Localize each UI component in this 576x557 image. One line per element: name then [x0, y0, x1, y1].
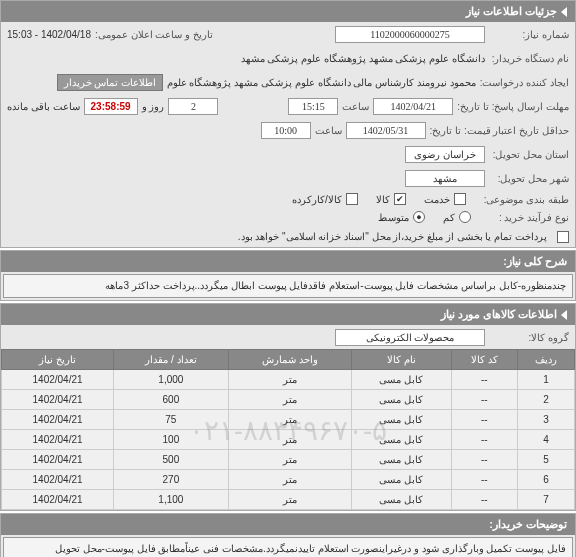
time-label-1: ساعت	[342, 101, 369, 112]
table-row[interactable]: 6--کابل مسیمتر2701402/04/21	[2, 470, 575, 490]
buy-mid-label: متوسط	[378, 212, 409, 223]
table-cell: 600	[114, 390, 229, 410]
checkbox-service[interactable]: خدمت	[424, 193, 466, 205]
radio-icon: ●	[413, 211, 425, 223]
subject-class-label: طبقه بندی موضوعی:	[484, 194, 569, 205]
table-cell: 1402/04/21	[2, 470, 114, 490]
class-goods-label: کالا	[376, 194, 390, 205]
checkbox-icon	[454, 193, 466, 205]
valid-until-time: 10:00	[261, 122, 311, 139]
table-cell: متر	[228, 450, 351, 470]
th-qty: تعداد / مقدار	[114, 350, 229, 370]
table-row[interactable]: 2--کابل مسیمتر6001402/04/21	[2, 390, 575, 410]
table-cell: 1	[518, 370, 575, 390]
table-cell: 1402/04/21	[2, 410, 114, 430]
table-cell: 1402/04/21	[2, 370, 114, 390]
need-number-value: 1102000060000275	[335, 26, 485, 43]
buyer-org-label: نام دستگاه خریدار:	[489, 53, 569, 64]
radio-low[interactable]: کم	[443, 211, 471, 223]
valid-until-label: حداقل تاریخ اعتبار قیمت: تا تاریخ:	[430, 125, 569, 136]
table-row[interactable]: 5--کابل مسیمتر5001402/04/21	[2, 450, 575, 470]
table-cell: 7	[518, 490, 575, 510]
section-header-need-info: جزئیات اطلاعات نیاز	[1, 1, 575, 22]
checkbox-icon	[346, 193, 358, 205]
table-cell: کابل مسی	[351, 470, 451, 490]
section-title-need: جزئیات اطلاعات نیاز	[466, 5, 557, 18]
table-cell: کابل مسی	[351, 410, 451, 430]
table-cell: متر	[228, 390, 351, 410]
table-cell: 270	[114, 470, 229, 490]
table-cell: 500	[114, 450, 229, 470]
table-row[interactable]: 7--کابل مسیمتر1,1001402/04/21	[2, 490, 575, 510]
buyer-org-value: دانشگاه علوم پزشکی مشهد پژوهشگاه علوم پز…	[241, 53, 485, 64]
class-service-label: خدمت	[424, 194, 450, 205]
table-cell: 3	[518, 410, 575, 430]
table-row[interactable]: 3--کابل مسیمتر751402/04/21	[2, 410, 575, 430]
table-cell: 1,000	[114, 370, 229, 390]
table-cell: 1402/04/21	[2, 490, 114, 510]
countdown-timer: 23:58:59	[84, 98, 138, 115]
items-table: ردیف کد کالا نام کالا واحد شمارش تعداد /…	[1, 349, 575, 510]
checkbox-goods[interactable]: ✔ کالا	[376, 193, 406, 205]
radio-mid[interactable]: ● متوسط	[378, 211, 425, 223]
th-order-unit: واحد شمارش	[228, 350, 351, 370]
checkbox-icon: ✔	[394, 193, 406, 205]
province-value: خراسان رضوی	[405, 146, 485, 163]
checkbox-used[interactable]: کالا/کارکرده	[292, 193, 358, 205]
table-cell: کابل مسی	[351, 390, 451, 410]
checkbox-treasury[interactable]: پرداخت تمام یا بخشی از مبلغ خرید،از محل …	[232, 229, 569, 244]
table-cell: متر	[228, 430, 351, 450]
table-cell: --	[451, 430, 517, 450]
requester-label: ایجاد کننده درخواست:	[480, 77, 569, 88]
table-row[interactable]: 4--کابل مسیمتر1001402/04/21	[2, 430, 575, 450]
section-header-items: اطلاعات کالاهای مورد نیاز	[1, 304, 575, 325]
city-value: مشهد	[405, 170, 485, 187]
section-title-items: اطلاعات کالاهای مورد نیاز	[441, 308, 557, 321]
table-cell: --	[451, 390, 517, 410]
table-cell: --	[451, 450, 517, 470]
table-cell: 6	[518, 470, 575, 490]
deadline-date: 1402/04/21	[373, 98, 453, 115]
th-row: ردیف	[518, 350, 575, 370]
section-header-buyer-notes: توضیحات خریدار:	[1, 514, 575, 535]
checkbox-icon	[557, 231, 569, 243]
section-title-buyer-notes: توضیحات خریدار:	[489, 518, 567, 531]
table-cell: --	[451, 370, 517, 390]
table-cell: 1402/04/21	[2, 450, 114, 470]
valid-until-date: 1402/05/31	[346, 122, 426, 139]
province-label: استان محل تحویل:	[489, 149, 569, 160]
table-cell: 4	[518, 430, 575, 450]
deadline-label: مهلت ارسال پاسخ: تا تاریخ:	[457, 101, 569, 112]
radio-icon	[459, 211, 471, 223]
buy-type-label: نوع فرآیند خرید :	[489, 212, 569, 223]
goods-group-label: گروه کالا:	[489, 332, 569, 343]
section-title-desc: شرح کلی نیاز:	[503, 255, 567, 268]
table-cell: --	[451, 470, 517, 490]
buy-low-label: کم	[443, 212, 455, 223]
section-header-desc: شرح کلی نیاز:	[1, 251, 575, 272]
general-description-text: چندمنظوره-کابل براساس مشخصات فایل پیوست-…	[3, 274, 573, 298]
contact-info-button[interactable]: اطلاعات تماس خریدار	[57, 74, 163, 91]
days-and-label: روز و	[142, 101, 165, 112]
deadline-time: 15:15	[288, 98, 338, 115]
announce-datetime-value: 1402/04/18 - 15:03	[7, 29, 91, 40]
goods-group-value: محصولات الکترونیکی	[335, 329, 485, 346]
need-number-label: شماره نیاز:	[489, 29, 569, 40]
buyer-notes-text: فایل پیوست تکمیل وبارگذاری شود و درغیرای…	[3, 537, 573, 557]
chevron-icon	[561, 310, 567, 320]
class-used-label: کالا/کارکرده	[292, 194, 342, 205]
chevron-icon	[561, 7, 567, 17]
payment-note: پرداخت تمام یا بخشی از مبلغ خرید،از محل …	[232, 229, 553, 244]
table-cell: 1402/04/21	[2, 390, 114, 410]
table-cell: کابل مسی	[351, 430, 451, 450]
table-cell: 75	[114, 410, 229, 430]
table-cell: متر	[228, 410, 351, 430]
table-cell: --	[451, 490, 517, 510]
table-row[interactable]: 1--کابل مسیمتر1,0001402/04/21	[2, 370, 575, 390]
table-cell: متر	[228, 370, 351, 390]
city-label: شهر محل تحویل:	[489, 173, 569, 184]
table-cell: 2	[518, 390, 575, 410]
table-cell: 1,100	[114, 490, 229, 510]
table-cell: متر	[228, 470, 351, 490]
days-remaining: 2	[168, 98, 218, 115]
